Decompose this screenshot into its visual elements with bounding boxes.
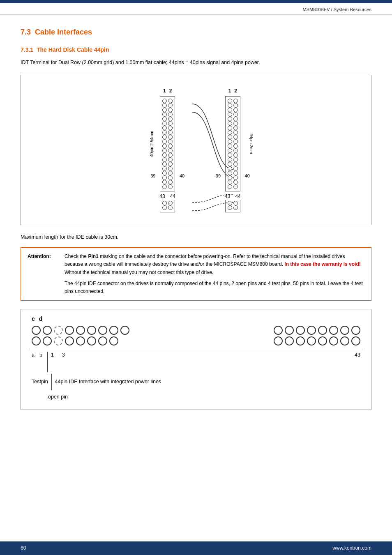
pin-d8 [351, 336, 360, 345]
label-c: c [32, 315, 35, 323]
label-b: b [39, 352, 42, 359]
right-bottom-labels: 43 44 [225, 193, 241, 200]
left-side-label: 40pin 2.54mm [149, 131, 155, 157]
testpin-row: Testpin 44pin IDE Interface with integra… [29, 373, 363, 391]
pin-b6 [329, 326, 338, 335]
pin-d3 [296, 336, 305, 345]
att-text1: Check the [65, 253, 88, 259]
left-bottom-labels: 43 44 [159, 193, 175, 200]
pin-d6 [329, 336, 338, 345]
pin-c6 [98, 336, 107, 345]
footer: 60 www.kontron.com [0, 541, 392, 555]
pin-c7 [109, 336, 118, 345]
pin-b8 [351, 326, 360, 335]
label-d: d [39, 315, 43, 323]
subsection-name: The Hard Disk Cable 44pin [37, 46, 109, 53]
section-title: 7.3 Cable Interfaces [21, 27, 371, 37]
pin-b4 [307, 326, 316, 335]
pin-a3 [65, 326, 74, 335]
pin-a1 [32, 326, 41, 335]
left-extra-pins [160, 200, 175, 212]
pin-c3 [65, 336, 74, 345]
connector-diagram-container: 1 2 40pin 2.54mm [21, 75, 371, 225]
pin-d4 [307, 336, 316, 345]
pin-c1 [32, 336, 41, 345]
divider [29, 349, 363, 349]
right-row-40: 40 [245, 173, 250, 179]
bd-top-labels: c d [29, 315, 363, 323]
pin-a7 [109, 326, 118, 335]
pin-c4 [76, 336, 85, 345]
label-1: 1 [51, 352, 54, 359]
left-top-labels: 1 2 [163, 88, 172, 94]
bottom-44pin-diagram: c d [21, 309, 371, 410]
right-pin-grid [228, 99, 238, 189]
subsection-title: 7.3.1 The Hard Disk Cable 44pin [21, 46, 371, 54]
pin-open1 [54, 326, 63, 335]
pin-b2 [285, 326, 294, 335]
vertical-divider [47, 352, 48, 372]
testpin-divider [51, 374, 52, 390]
left-row-40: 40 [180, 173, 184, 179]
att-pin1: Pin1 [88, 253, 98, 259]
pin-b3 [296, 326, 305, 335]
left-pin-grid [162, 99, 173, 189]
right-side-label: 44pin 2mm [248, 134, 254, 154]
att-text3: Without the technical manual you may not… [65, 269, 213, 275]
att-red: In this case the warranty is void! [283, 261, 361, 267]
header-text: MSM800BEV / System Resources [302, 7, 371, 12]
intro-text: IDT Terminal for Dual Row (2.00mm grid) … [21, 59, 371, 67]
label-a: a [32, 352, 35, 359]
section-name: Cable Interfaces [35, 28, 92, 36]
pin-b7 [340, 326, 349, 335]
bd-label-row: a b 1 3 43 [29, 351, 363, 373]
pin-a8 [120, 326, 129, 335]
attention-label: Attention: [28, 253, 65, 295]
attention-box: Attention: Check the Pin1 marking on the… [21, 247, 371, 301]
pin-d7 [340, 336, 349, 345]
pin-d5 [318, 336, 327, 345]
section-number: 7.3 [21, 28, 31, 36]
left-connector: 1 2 40pin 2.54mm [159, 88, 175, 212]
top-bar [0, 0, 392, 3]
pin-d1 [274, 336, 283, 345]
content-area: 7.3 Cable Interfaces 7.3.1 The Hard Disk… [0, 15, 392, 541]
pin-c2 [43, 336, 52, 345]
page: MSM800BEV / System Resources 7.3 Cable I… [0, 0, 392, 555]
pin-open2 [54, 336, 63, 345]
pin-b1 [274, 326, 283, 335]
pin-b5 [318, 326, 327, 335]
pin-c5 [87, 336, 96, 345]
left-row-39: 39 [150, 173, 155, 179]
attention-text: Check the Pin1 marking on the cable and … [65, 253, 364, 295]
pin-a4 [76, 326, 85, 335]
pin-d2 [285, 336, 294, 345]
attention-content: Attention: Check the Pin1 marking on the… [28, 253, 364, 295]
pin-bottom-row [32, 336, 360, 345]
interface-label: 44pin IDE Interface with integrated powe… [55, 378, 161, 386]
openpin-row: open pin [29, 391, 363, 402]
subsection-number: 7.3.1 [21, 46, 33, 53]
pin-a2 [43, 326, 52, 335]
openpin-label: open pin [48, 394, 68, 400]
label-43: 43 [355, 352, 360, 359]
right-extra-pins [225, 200, 240, 212]
footer-website: www.kontron.com [332, 545, 371, 552]
pin-top-row [32, 326, 360, 335]
max-length-text: Maximum length for the IDE cable is 30cm… [21, 233, 371, 241]
right-row-39: 39 [216, 173, 221, 179]
right-top-labels: 1 2 [228, 88, 237, 94]
att-text4: The 44pin IDE connector on the drives is… [65, 280, 364, 295]
page-number: 60 [21, 545, 26, 552]
label-3: 3 [62, 352, 65, 359]
header-line: MSM800BEV / System Resources [0, 3, 392, 15]
pin-a6 [98, 326, 107, 335]
testpin-label: Testpin [32, 378, 48, 386]
right-connector: 1 2 44pin 2mm [225, 88, 241, 212]
pin-a5 [87, 326, 96, 335]
